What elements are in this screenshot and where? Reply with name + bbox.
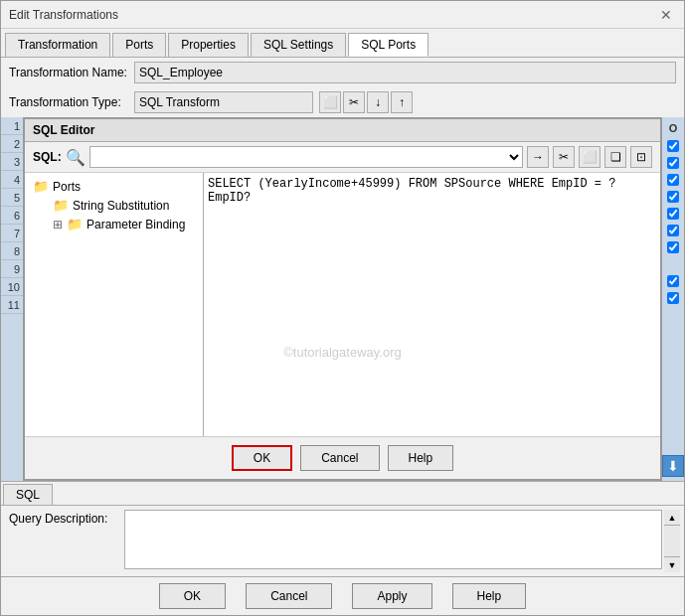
- title-bar: Edit Transformations ✕: [1, 1, 684, 29]
- transformation-name-row: Transformation Name:: [1, 58, 684, 87]
- sql-cut-icon[interactable]: ✂: [553, 146, 575, 168]
- footer-ok-button[interactable]: OK: [159, 583, 226, 609]
- sql-editor-toolbar: SQL: 🔍 → ✂ ⬜ ❏ ⊡: [25, 142, 660, 173]
- checkbox-1[interactable]: [665, 138, 681, 154]
- footer-cancel-button[interactable]: Cancel: [246, 583, 332, 609]
- cut-icon-btn[interactable]: ✂: [343, 91, 365, 113]
- tree-child2-label: Parameter Binding: [86, 218, 185, 231]
- checkbox-8: [665, 256, 681, 272]
- footer-buttons: OK Cancel Apply Help: [1, 576, 684, 615]
- desc-scrollbar: ▲ ▼: [664, 510, 680, 572]
- sql-textarea[interactable]: [204, 173, 660, 436]
- footer-help-button[interactable]: Help: [452, 583, 527, 609]
- query-description-row: Query Description: ▲ ▼: [1, 506, 684, 576]
- content-area: 1 2 3 4 5 6 7 8 9 10 11 Er Fi La Ed O Ye…: [1, 117, 684, 481]
- tree-child-param-binding[interactable]: ⊞ 📁 Parameter Binding: [29, 215, 199, 233]
- tab-transformation[interactable]: Transformation: [5, 33, 110, 57]
- sql-editor-buttons: OK Cancel Help: [25, 436, 660, 479]
- transformation-name-input[interactable]: [134, 62, 676, 83]
- checkbox-4[interactable]: [665, 189, 681, 205]
- query-desc-label: Query Description:: [9, 510, 118, 526]
- column-header-o: O: [669, 119, 678, 137]
- search-icon: 🔍: [66, 148, 86, 167]
- folder-icon: 📁: [33, 179, 49, 194]
- checkbox-5[interactable]: [665, 206, 681, 222]
- footer-apply-button[interactable]: Apply: [352, 583, 431, 609]
- tree-root-label: Ports: [53, 180, 81, 194]
- checkbox-11[interactable]: [665, 290, 681, 306]
- tree-child-string-sub[interactable]: 📁 String Substitution: [29, 196, 199, 215]
- sql-paste-icon[interactable]: ❏: [604, 146, 626, 168]
- transformation-type-row: Transformation Type: ⬜ ✂ ↓ ↑: [1, 87, 684, 117]
- tab-sql-ports[interactable]: SQL Ports: [348, 33, 428, 57]
- folder-icon-child2: 📁: [67, 217, 83, 231]
- checkbox-2[interactable]: [665, 155, 681, 171]
- move-up-btn[interactable]: ↑: [391, 91, 413, 113]
- name-label: Transformation Name:: [9, 66, 128, 79]
- sql-copy-icon[interactable]: ⬜: [579, 146, 600, 168]
- sql-cancel-button[interactable]: Cancel: [300, 445, 379, 471]
- bottom-section: SQL Query Description: ▲ ▼: [1, 481, 684, 576]
- sql-dropdown[interactable]: [89, 146, 523, 168]
- expand-icon: ⊞: [53, 218, 63, 231]
- sql-ok-button[interactable]: OK: [232, 445, 292, 471]
- sql-editor-body: 📁 Ports 📁 String Substitution ⊞ 📁 Parame…: [25, 173, 660, 436]
- query-desc-textarea[interactable]: [124, 510, 662, 569]
- window-title: Edit Transformations: [9, 8, 118, 22]
- tree-panel: 📁 Ports 📁 String Substitution ⊞ 📁 Parame…: [25, 173, 204, 436]
- sql-editor-title: SQL Editor: [25, 119, 660, 142]
- type-label: Transformation Type:: [9, 95, 128, 109]
- tree-child1-label: String Substitution: [73, 199, 169, 213]
- checkbox-column: O: [662, 117, 684, 308]
- tab-sql-settings[interactable]: SQL Settings: [251, 33, 346, 57]
- checkbox-10[interactable]: [665, 273, 681, 289]
- tab-properties[interactable]: Properties: [168, 33, 249, 57]
- checkbox-3[interactable]: [665, 172, 681, 188]
- transformation-type-input: [134, 91, 313, 113]
- sql-help-button[interactable]: Help: [388, 445, 454, 471]
- folder-icon-child1: 📁: [53, 198, 69, 213]
- sql-arrow-icon[interactable]: →: [527, 146, 549, 168]
- move-down-btn[interactable]: ↓: [367, 91, 389, 113]
- checkbox-6[interactable]: [665, 223, 681, 238]
- sql-label: SQL:: [33, 150, 62, 164]
- sql-tab[interactable]: SQL: [3, 484, 53, 505]
- scroll-down-btn[interactable]: ▼: [664, 556, 680, 572]
- copy-icon-btn[interactable]: ⬜: [319, 91, 341, 113]
- tab-ports[interactable]: Ports: [112, 33, 166, 57]
- transformation-toolbar: ⬜ ✂ ↓ ↑: [319, 91, 413, 113]
- tab-bar: Transformation Ports Properties SQL Sett…: [1, 29, 684, 58]
- scroll-up-btn[interactable]: ▲: [664, 510, 680, 526]
- tree-root[interactable]: 📁 Ports: [29, 177, 199, 196]
- sql-special-icon[interactable]: ⊡: [630, 146, 652, 168]
- sql-editor-dialog: SQL Editor SQL: 🔍 → ✂ ⬜ ❏ ⊡ 📁: [23, 117, 662, 481]
- close-button[interactable]: ✕: [656, 5, 676, 25]
- row-numbers: 1 2 3 4 5 6 7 8 9 10 11: [1, 117, 23, 314]
- main-window: Edit Transformations ✕ Transformation Po…: [0, 0, 685, 616]
- checkbox-7[interactable]: [665, 239, 681, 255]
- right-action-button[interactable]: ⬇: [662, 455, 684, 477]
- sql-tab-bar: SQL: [1, 482, 684, 506]
